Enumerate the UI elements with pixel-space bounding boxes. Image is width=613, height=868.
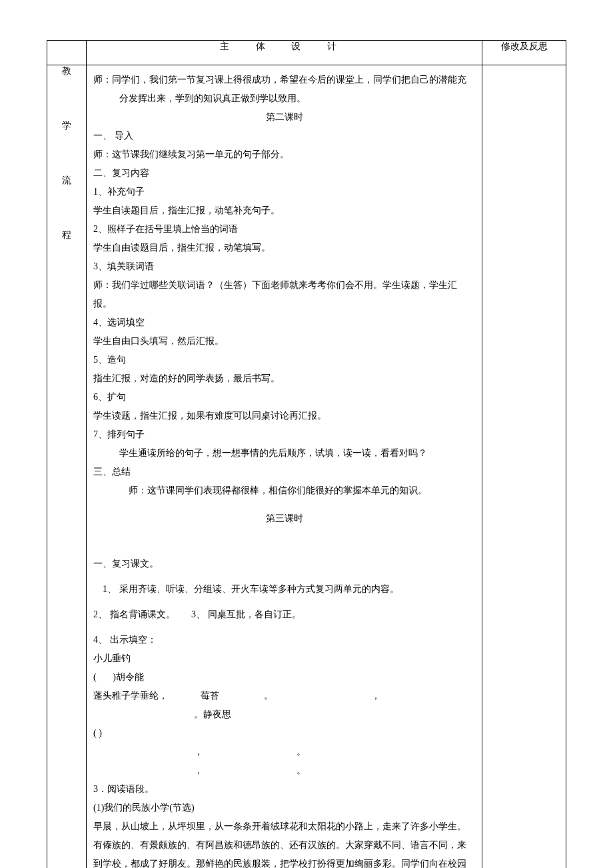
l2-s1-h: 一、 导入 [93,127,475,145]
main-content-cell: 师：同学们，我们第一节复习课上得很成功，希望在今后的课堂上，同学们把自己的潜能充… [87,65,482,869]
lesson-table: 主 体 设 计 修改及反思 教 学 流 程 师：同学们，我们第一节复习课上得很成… [47,40,566,868]
l2-i3-p: 师：我们学过哪些关联词语？（生答）下面老师就来考考你们会不用。学生读题，学生汇报… [93,276,475,313]
l2-i7-h: 7、排列句子 [93,425,475,444]
left-char-3: 流 [47,175,86,187]
spacer-2 [93,528,475,555]
left-vertical-cell: 教 学 流 程 [47,65,87,869]
right-notes-cell [482,65,566,869]
l2-i7-p: 学生通读所给的句子，想一想事情的先后顺序，试填，读一读，看看对吗？ [93,444,475,463]
poem2-line1: ， 。 [93,743,475,761]
poem2-line2: ， 。 [93,761,475,780]
l2-i4-p: 学生自由口头填写，然后汇报。 [93,332,475,351]
poem1-l1b: 莓苔 [201,691,219,701]
left-char-2: 学 [47,120,86,132]
poem1-author: ( )胡令能 [93,668,475,687]
table-header-row: 主 体 设 计 修改及反思 [47,41,566,65]
header-right-label: 修改及反思 [501,41,548,51]
poem1-l1a: 蓬头稚子学垂纶， [93,691,168,701]
lesson3-title: 第三课时 [93,509,475,528]
l2-s1-p: 师：这节课我们继续复习第一单元的句子部分。 [93,145,475,164]
spacer-1 [93,500,475,509]
spacer-3 [93,573,475,580]
intro-line1b: 分发挥出来，学到的知识真正做到学以致用。 [93,89,475,108]
l3-s3-h: 3．阅读语段。 [93,780,475,799]
table-body-row: 教 学 流 程 师：同学们，我们第一节复习课上得很成功，希望在今后的课堂上，同学… [47,65,566,869]
l3-i2-line: 2、 指名背诵课文。 3、 同桌互批，各自订正。 [93,605,475,624]
header-title-cell: 主 体 设 计 [87,41,482,65]
l2-i2-h: 2、照样子在括号里填上恰当的词语 [93,220,475,239]
l2-i1-p: 学生自读题目后，指生汇报，动笔补充句子。 [93,201,475,220]
l2-s2-h: 二、复习内容 [93,164,475,183]
l2-i5-h: 5、造句 [93,351,475,369]
l3-s3-p1: 早晨，从山坡上，从坪坝里，从一条条开着绒球花和太阳花的小路上，走来了许多小学生。 [93,817,475,836]
l2-i5-p: 指生汇报，对造的好的同学表扬，最后书写。 [93,369,475,388]
l2-s3-h: 三、总结 [93,463,475,481]
l2-i2-p: 学生自由读题目后，指生汇报，动笔填写。 [93,239,475,257]
intro-line1: 师：同学们，我们第一节复习课上得很成功，希望在今后的课堂上，同学们把自己的潜能充 [93,71,475,89]
l2-i1-h: 1、补充句子 [93,183,475,201]
l3-s3-p3: 到学校，都成了好朋友。那鲜艳的民族服装，把学校打扮得更加绚丽多彩。同学们向在校园 [93,855,475,868]
l3-i2b: 3、 同桌互批，各自订正。 [191,609,301,619]
spacer-5 [93,624,475,631]
poem2-author: ( ) [93,724,475,743]
l2-i6-p: 学生读题，指生汇报，如果有难度可以同桌讨论再汇报。 [93,407,475,425]
l3-s1-h: 一、复习课文。 [93,555,475,573]
lesson2-title: 第二课时 [93,108,475,127]
l2-i6-h: 6、扩句 [93,388,475,407]
spacer-4 [93,599,475,605]
main-content: 师：同学们，我们第一节复习课上得很成功，希望在今后的课堂上，同学们把自己的潜能充… [87,65,482,868]
l3-s3-sub: (1)我们的民族小学(节选) [93,799,475,817]
l3-i2a: 2、 指名背诵课文。 [93,609,175,619]
header-right-cell: 修改及反思 [482,41,566,65]
l2-i3-h: 3、填关联词语 [93,257,475,276]
poem1-line2: 。静夜思 [93,705,475,724]
poem1-author-post: )胡令能 [113,672,144,682]
left-char-4: 程 [47,229,86,241]
header-title: 主 体 设 计 [220,41,348,51]
poem1-line1: 蓬头稚子学垂纶， 莓苔 。 ， [93,687,475,705]
header-left-blank [47,41,87,65]
l2-s3-p: 师：这节课同学们表现得都很棒，相信你们能很好的掌握本单元的知识。 [93,481,475,500]
l3-i4-h: 4、 出示填空： [93,631,475,649]
poem1-author-pre: ( [93,672,97,682]
l2-i4-h: 4、选词填空 [93,313,475,332]
l3-s3-p2: 有傣族的、有景颇族的、有阿昌族和德昂族的、还有汉族的。大家穿戴不同、语言不同，来 [93,836,475,855]
l3-i1: 1、 采用齐读、听读、分组读、开火车读等多种方式复习两单元的内容。 [93,580,475,599]
poem1-title: 小儿垂钓 [93,649,475,668]
poem2-title: 静夜思 [203,709,231,719]
left-char-1: 教 [47,65,86,77]
